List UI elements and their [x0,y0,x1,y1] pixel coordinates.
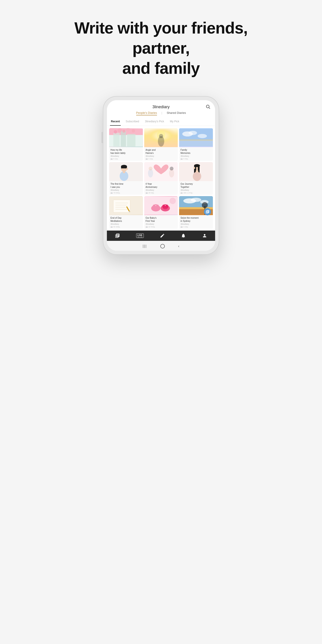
svg-point-20 [198,134,207,138]
svg-point-39 [193,172,202,181]
svg-point-28 [126,168,128,170]
nav-live[interactable]: LIVE [136,234,144,238]
android-nav-bar: ||| ‹ [107,241,215,251]
svg-point-67 [191,198,201,202]
phone-screen: 3linediary People's Diaries | Shared Dia… [107,100,215,251]
card-author: 3linediary [146,223,177,225]
nav-home[interactable] [160,244,165,248]
diary-grid: How my lifehas been lately 3linediary 📖9… [107,126,215,229]
card-family-memories[interactable]: FamilyMemories 3linediary 📖5 56p. [179,128,213,161]
tab-shared-diaries[interactable]: Shared Diaries [166,111,186,116]
svg-point-61 [170,198,176,204]
card-angie-hanna[interactable]: Angie andHanna's 3linediary 📖4 32p. [144,128,178,161]
svg-point-0 [206,105,209,108]
svg-rect-21 [179,139,213,141]
card-our-journey-together[interactable]: Our JourneyTogether 3linediary 📖300 1,47… [179,162,213,195]
card-title: FamilyMemories [180,148,212,155]
svg-point-41 [194,167,195,169]
tab-peoples-diaries[interactable]: People's Diaries [136,111,157,116]
card-meta: 📖29 93p. [146,192,177,194]
card-meta: 📖79 540p. [110,192,142,194]
card-4-year-anniversary[interactable]: 4 YearAnniversary 3linediary 📖29 93p. [144,162,178,195]
svg-rect-40 [196,170,198,172]
sub-tab-row: Recent Subscribed 3linediary's Pick My P… [107,118,215,126]
svg-line-1 [209,108,210,109]
card-author: 3linediary [180,223,212,225]
nav-recent-apps[interactable]: ||| [143,244,147,248]
card-title: 4 YearAnniversary [146,182,177,189]
card-author: 3linediary [110,223,142,225]
svg-rect-43 [113,200,130,212]
card-title: How my lifehas been lately [110,148,142,155]
card-author: 3linediary [146,155,177,157]
card-how-my-life[interactable]: How my lifehas been lately 3linediary 📖9… [109,128,143,161]
svg-rect-25 [121,166,127,168]
svg-rect-4 [113,133,120,146]
svg-point-8 [118,128,122,132]
nav-write[interactable] [160,233,165,238]
svg-point-19 [189,131,197,135]
nav-notifications[interactable] [181,233,186,238]
card-meta: 📖4 20p. [180,226,212,228]
svg-point-7 [114,130,117,134]
app-header: 3linediary People's Diaries | Shared Dia… [107,100,215,118]
app-title: 3linediary [111,105,211,109]
card-title: Seize the momentin Sydney [180,216,212,223]
svg-point-31 [148,166,152,170]
card-meta: 📖22 544p. [146,226,177,228]
card-meta: 📖50 308p. [110,226,142,228]
card-our-babys-first-year[interactable]: Our Baby'sFirst Year 3linediary 📖22 544p… [144,196,178,229]
card-author: 3linediary [180,155,212,157]
tab-recent[interactable]: Recent [110,118,121,126]
nav-back[interactable]: ‹ [178,244,179,248]
card-author: 3linediary [110,155,142,157]
card-meta: 📖5 56p. [180,158,212,160]
svg-point-60 [146,198,152,204]
card-title: Angie andHanna's [146,148,177,155]
card-meta: 📖9 22p. [110,158,142,160]
top-nav: People's Diaries | Shared Diaries [111,111,211,118]
card-title: Our JourneyTogether [180,182,212,189]
phone-device: 3linediary People's Diaries | Shared Dia… [103,96,219,255]
nav-divider: | [162,111,162,116]
svg-rect-5 [121,131,126,147]
bottom-nav: LIVE [107,230,215,241]
page-headline: Write with your friends, partner, and fa… [74,18,248,78]
card-author: 3linediary [146,189,177,191]
fab-button[interactable] [204,208,211,215]
card-author: 3linediary [180,189,212,191]
card-author: 3linediary [110,189,142,191]
tab-subscribed[interactable]: Subscribed [125,118,140,126]
svg-rect-17 [179,140,213,146]
svg-rect-27 [123,171,125,173]
svg-point-58 [156,205,156,206]
svg-point-9 [122,130,125,132]
svg-point-33 [170,166,174,170]
card-meta: 📖4 32p. [146,158,177,160]
card-title: The first timeI saw you [110,182,142,189]
card-first-time-i-saw-you[interactable]: The first timeI saw you 3linediary 📖79 5… [109,162,143,195]
svg-point-11 [132,129,135,132]
search-icon[interactable] [205,104,211,110]
card-end-of-day-meditations[interactable]: End of DayMeditations 3linediary 📖50 308… [109,196,143,229]
tab-3linediary-pick[interactable]: 3linediary's Pick [144,118,165,126]
svg-point-59 [165,205,166,206]
card-title: End of DayMeditations [110,216,142,223]
svg-rect-6 [127,134,136,146]
nav-profile[interactable] [202,233,207,238]
card-seize-the-moment-sydney[interactable]: Seize the momentin Sydney 3linediary 📖4 … [179,196,213,229]
card-title: Our Baby'sFirst Year [146,216,177,223]
card-meta: 📖300 1,472p. [180,192,212,194]
svg-point-70 [202,202,208,208]
tab-my-pick[interactable]: My Pick [169,118,180,126]
svg-point-15 [159,134,163,138]
nav-library[interactable] [115,233,120,238]
